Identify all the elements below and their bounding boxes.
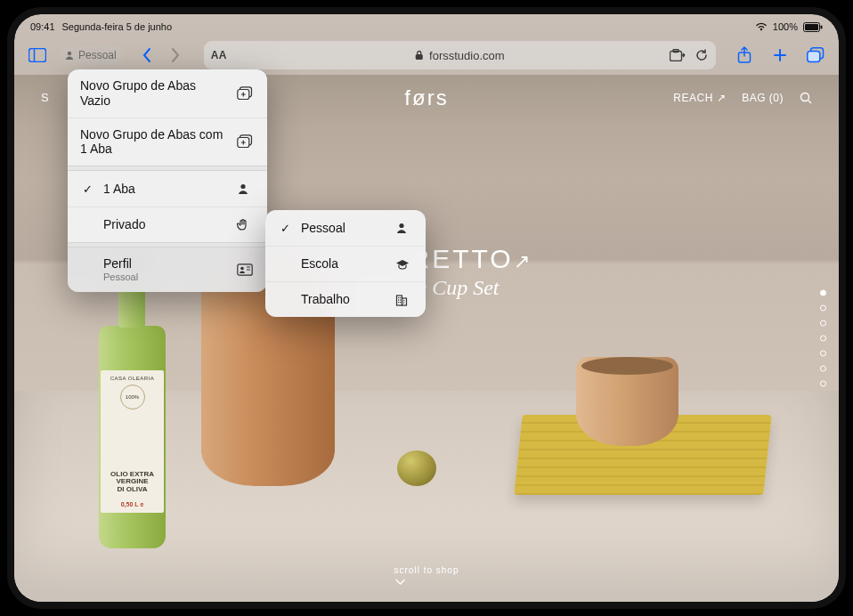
dot[interactable] — [820, 336, 826, 342]
checkmark-icon: ✓ — [80, 182, 94, 196]
search-icon[interactable] — [800, 92, 812, 104]
person-icon — [237, 182, 255, 195]
menu-private[interactable]: Privado — [68, 207, 267, 242]
svg-rect-25 — [402, 298, 407, 305]
checkmark-icon: ✓ — [278, 222, 292, 235]
svg-rect-28 — [398, 299, 399, 300]
building-icon — [395, 294, 413, 306]
submenu-school[interactable]: Escola — [265, 246, 426, 281]
lock-icon — [415, 50, 424, 61]
page-dots[interactable] — [820, 290, 826, 387]
menu-label: Trabalho — [301, 292, 386, 307]
svg-rect-2 — [821, 25, 823, 28]
menu-label: Pessoal — [301, 221, 386, 236]
forward-button — [161, 41, 190, 69]
svg-line-13 — [808, 100, 812, 103]
graduation-cap-icon — [395, 259, 413, 270]
svg-rect-27 — [400, 297, 401, 298]
site-nav-left[interactable]: S — [41, 91, 49, 104]
profile-chip-label: Pessoal — [78, 49, 117, 61]
bottle-volume: 0,50 L e — [121, 501, 144, 507]
menu-label: Novo Grupo de Abas Vazio — [80, 78, 228, 109]
dot[interactable] — [820, 320, 826, 327]
svg-rect-26 — [398, 297, 399, 298]
menu-profile[interactable]: Perfil Pessoal — [68, 247, 267, 292]
tab-groups-menu: Novo Grupo de Abas Vazio Novo Grupo de A… — [68, 69, 267, 292]
person-icon — [395, 222, 413, 234]
extensions-icon[interactable] — [670, 49, 686, 61]
screen: 09:41 Segunda-feira 5 de junho 100% Pess… — [14, 14, 839, 602]
text-size-button[interactable]: AA — [211, 49, 227, 61]
battery-percent: 100% — [773, 21, 798, 32]
share-button[interactable] — [730, 41, 759, 69]
bottle-text: DI OLIVA — [110, 486, 154, 494]
bottle-label: CASA OLEARIA 100% OLIO EXTRA VERGINE DI … — [101, 370, 164, 513]
olive-oil-bottle: CASA OLEARIA 100% OLIO EXTRA VERGINE DI … — [90, 255, 175, 548]
person-icon — [64, 50, 75, 61]
svg-rect-29 — [400, 299, 401, 300]
menu-sublabel: Pessoal — [103, 272, 228, 283]
scroll-to-shop[interactable]: scroll to shop — [394, 565, 459, 586]
dot[interactable] — [820, 366, 826, 372]
svg-point-23 — [399, 223, 403, 228]
dot[interactable] — [820, 351, 826, 357]
new-group-icon — [237, 86, 255, 101]
svg-rect-11 — [808, 52, 820, 62]
svg-rect-1 — [805, 24, 818, 30]
profile-chip[interactable]: Pessoal — [57, 45, 124, 65]
svg-point-5 — [68, 52, 71, 55]
profile-card-icon — [237, 263, 255, 276]
menu-new-empty-group[interactable]: Novo Grupo de Abas Vazio — [68, 69, 267, 118]
menu-label: Perfil Pessoal — [103, 256, 228, 283]
menu-label: Escola — [301, 256, 386, 272]
cup — [576, 357, 678, 446]
arrow-icon: ↗ — [514, 250, 532, 272]
menu-label: 1 Aba — [103, 182, 228, 197]
hand-icon — [237, 218, 255, 232]
scroll-label: scroll to shop — [394, 565, 459, 575]
dot[interactable] — [820, 305, 826, 312]
status-bar: 09:41 Segunda-feira 5 de junho 100% — [14, 14, 839, 36]
submenu-work[interactable]: Trabalho — [265, 281, 426, 317]
svg-rect-31 — [400, 302, 401, 303]
back-button[interactable] — [133, 41, 161, 69]
url-text: forsstudio.com — [429, 49, 505, 62]
svg-point-18 — [240, 184, 245, 189]
tabs-button[interactable] — [801, 41, 830, 69]
new-tab-button[interactable] — [766, 41, 794, 69]
site-nav-reach[interactable]: REACH ↗ — [673, 92, 726, 104]
bottle-seal: 100% — [120, 385, 145, 409]
dot-active[interactable] — [820, 290, 826, 296]
svg-rect-7 — [670, 52, 682, 61]
bottle-brand: CASA OLEARIA — [110, 376, 155, 381]
ipad-frame: 09:41 Segunda-feira 5 de junho 100% Pess… — [7, 7, 846, 609]
new-group-icon — [237, 134, 255, 149]
profile-submenu: ✓ Pessoal Escola Trabalho — [265, 210, 426, 317]
menu-label: Privado — [103, 217, 228, 232]
status-time: 09:41 — [30, 21, 55, 32]
sidebar-button[interactable] — [23, 41, 52, 69]
submenu-personal[interactable]: ✓ Pessoal — [265, 210, 426, 246]
chevron-down-icon — [394, 579, 459, 586]
menu-new-group-with-tab[interactable]: Novo Grupo de Abas com 1 Aba — [68, 118, 267, 166]
svg-rect-6 — [416, 54, 423, 60]
svg-rect-3 — [29, 49, 46, 62]
address-bar[interactable]: AA forsstudio.com — [204, 41, 716, 69]
menu-one-tab[interactable]: ✓ 1 Aba — [68, 171, 267, 207]
svg-rect-24 — [397, 296, 402, 305]
svg-rect-32 — [403, 300, 404, 301]
hero-line2: & Cup Set — [410, 276, 532, 300]
reload-button[interactable] — [695, 48, 709, 62]
dot[interactable] — [820, 381, 826, 387]
battery-icon — [803, 22, 823, 32]
svg-point-12 — [801, 93, 809, 101]
site-nav-bag[interactable]: BAG (0) — [742, 92, 784, 104]
status-date: Segunda-feira 5 de junho — [62, 21, 173, 32]
hero-title[interactable]: RETTO↗ & Cup Set — [410, 244, 532, 300]
site-logo[interactable]: førs — [404, 85, 448, 110]
menu-label: Novo Grupo de Abas com 1 Aba — [80, 127, 228, 158]
wifi-icon — [755, 22, 768, 31]
olive — [397, 450, 436, 486]
svg-point-20 — [240, 267, 244, 271]
svg-rect-30 — [398, 302, 399, 303]
